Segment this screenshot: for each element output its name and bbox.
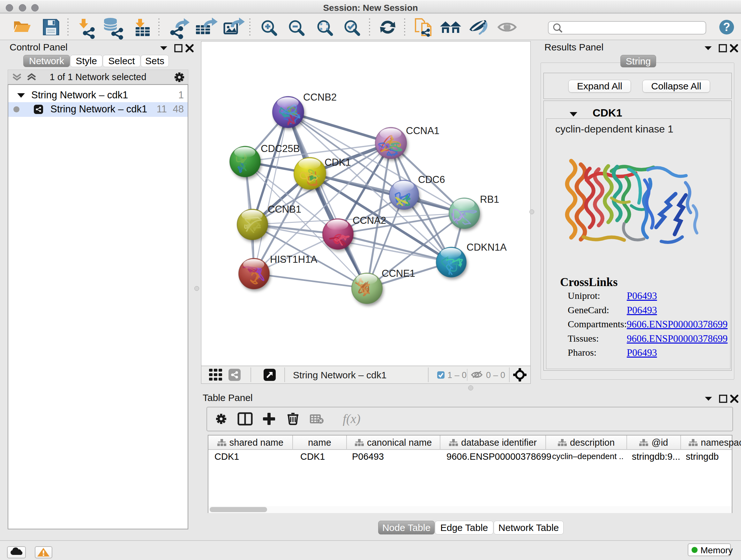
svg-text:CDC25B: CDC25B <box>261 143 300 154</box>
svg-text:String Network – cdk1: String Network – cdk1 <box>293 370 387 380</box>
svg-text:CDKN1A: CDKN1A <box>467 242 507 253</box>
svg-text:1 – 0: 1 – 0 <box>448 370 467 380</box>
svg-text:CDC6: CDC6 <box>418 174 445 185</box>
svg-text:CCNE1: CCNE1 <box>382 268 415 279</box>
svg-text:CDK1: CDK1 <box>325 157 351 168</box>
svg-text:CCNB2: CCNB2 <box>303 91 337 103</box>
svg-text:?: ? <box>723 20 730 34</box>
svg-text:0 – 0: 0 – 0 <box>486 370 505 380</box>
svg-text:f(x): f(x) <box>343 412 360 426</box>
svg-text:HIST1H1A: HIST1H1A <box>270 254 317 265</box>
svg-text:RB1: RB1 <box>480 194 499 205</box>
svg-text:CCNA2: CCNA2 <box>353 215 386 226</box>
svg-text:CCNA1: CCNA1 <box>406 125 440 136</box>
svg-text:CCNB1: CCNB1 <box>268 204 301 215</box>
